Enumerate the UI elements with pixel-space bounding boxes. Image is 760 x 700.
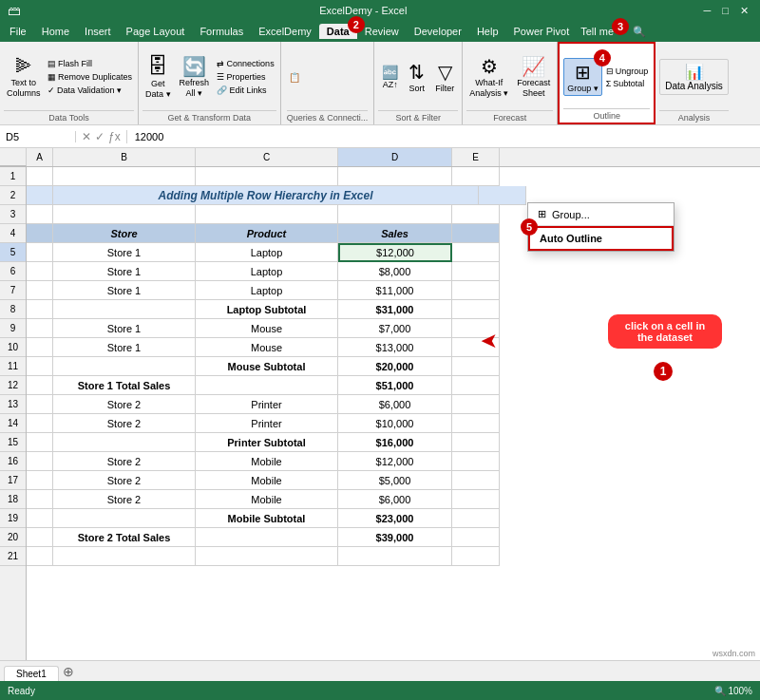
cell-b5[interactable]: Store 1 <box>53 243 196 262</box>
cell-e12[interactable] <box>452 376 500 395</box>
cancel-formula-icon[interactable]: ✕ <box>82 130 91 143</box>
cell-a12[interactable] <box>27 376 53 395</box>
cell-a15[interactable] <box>27 433 53 452</box>
cell-c7[interactable]: Laptop <box>196 281 338 300</box>
cell-c9[interactable]: Mouse <box>196 319 338 338</box>
remove-dupes-btn[interactable]: ▦ Remove Duplicates <box>46 71 135 83</box>
cell-b13[interactable]: Store 2 <box>53 395 196 414</box>
cell-d16[interactable]: $12,000 <box>338 452 452 471</box>
cell-a18[interactable] <box>27 490 53 509</box>
properties-btn[interactable]: ☰ Properties <box>215 71 276 83</box>
add-sheet-btn[interactable]: ⊕ <box>63 664 74 681</box>
cell-a20[interactable] <box>27 528 53 547</box>
cell-c6[interactable]: Laptop <box>196 262 338 281</box>
cell-c8[interactable]: Laptop Subtotal <box>196 300 338 319</box>
cell-d3[interactable] <box>338 205 452 224</box>
cell-e16[interactable] <box>452 452 500 471</box>
cell-d17[interactable]: $5,000 <box>338 471 452 490</box>
name-box[interactable]: D5 <box>0 131 76 142</box>
cell-e18[interactable] <box>452 490 500 509</box>
cell-e20[interactable] <box>452 528 500 547</box>
connections-btn[interactable]: ⇄ Connections <box>215 58 276 69</box>
sort-az-btn[interactable]: 🔤AZ↑ <box>378 63 402 91</box>
cell-b15[interactable] <box>53 433 196 452</box>
search-btn[interactable]: 🔍 <box>625 24 654 40</box>
cell-b16[interactable]: Store 2 <box>53 452 196 471</box>
cell-b21[interactable] <box>53 547 196 566</box>
cell-e13[interactable] <box>452 395 500 414</box>
cell-a10[interactable] <box>27 338 53 357</box>
col-header-b[interactable]: B <box>53 148 196 166</box>
col-header-a[interactable]: A <box>27 148 53 166</box>
cell-a7[interactable] <box>27 281 53 300</box>
menu-formulas[interactable]: Formulas <box>192 24 251 39</box>
cell-b10[interactable]: Store 1 <box>53 338 196 357</box>
cell-a17[interactable] <box>27 471 53 490</box>
menu-page-layout[interactable]: Page Layout <box>119 24 193 39</box>
group-btn[interactable]: ⊞ Group ▾ 4 <box>563 58 602 97</box>
filter-btn[interactable]: ▽ Filter <box>431 59 458 95</box>
cell-b18[interactable]: Store 2 <box>53 490 196 509</box>
cell-a14[interactable] <box>27 414 53 433</box>
col-header-e[interactable]: E <box>452 148 500 166</box>
popup-group-item[interactable]: ⊞ Group... <box>528 203 674 225</box>
cell-b1[interactable] <box>53 167 196 186</box>
cell-b20[interactable]: Store 2 Total Sales <box>53 528 196 547</box>
edit-links-btn[interactable]: 🔗 Edit Links <box>215 85 276 96</box>
cell-e11[interactable] <box>452 357 500 376</box>
cell-d10[interactable]: $13,000 <box>338 338 452 357</box>
cell-c18[interactable]: Mobile <box>196 490 338 509</box>
cell-a4[interactable] <box>27 224 53 243</box>
maximize-btn[interactable]: □ <box>718 5 732 17</box>
confirm-formula-icon[interactable]: ✓ <box>95 130 104 143</box>
ungroup-btn[interactable]: ⊟ Ungroup <box>604 66 651 77</box>
sort-btn[interactable]: ⇅ Sort <box>405 59 428 95</box>
cell-c12[interactable] <box>196 376 338 395</box>
cell-b8[interactable] <box>53 300 196 319</box>
cell-b2-merged[interactable]: Adding Multiple Row Hierarchy in Excel <box>53 186 479 205</box>
cell-c13[interactable]: Printer <box>196 395 338 414</box>
cell-a3[interactable] <box>27 205 53 224</box>
cell-c1[interactable] <box>196 167 338 186</box>
cell-d20[interactable]: $39,000 <box>338 528 452 547</box>
sheet-tab-1[interactable]: Sheet1 <box>4 666 59 681</box>
cell-e1[interactable] <box>452 167 500 186</box>
menu-file[interactable]: File <box>2 24 34 39</box>
menu-home[interactable]: Home <box>34 24 77 39</box>
data-validation-btn[interactable]: ✓ Data Validation ▾ <box>46 85 135 96</box>
cell-d5[interactable]: $12,000 <box>338 243 452 262</box>
cell-c19[interactable]: Mobile Subtotal <box>196 509 338 528</box>
cell-b12[interactable]: Store 1 Total Sales <box>53 376 196 395</box>
cell-e17[interactable] <box>452 471 500 490</box>
cell-a6[interactable] <box>27 262 53 281</box>
cell-d11[interactable]: $20,000 <box>338 357 452 376</box>
cell-e5[interactable] <box>452 243 500 262</box>
popup-auto-outline-item[interactable]: Auto Outline 5 <box>528 226 674 251</box>
cell-e4[interactable] <box>452 224 500 243</box>
cell-d6[interactable]: $8,000 <box>338 262 452 281</box>
cell-c21[interactable] <box>196 547 338 566</box>
cell-a11[interactable] <box>27 357 53 376</box>
cell-d21[interactable] <box>338 547 452 566</box>
cell-b6[interactable]: Store 1 <box>53 262 196 281</box>
cell-b14[interactable]: Store 2 <box>53 414 196 433</box>
cell-a8[interactable] <box>27 300 53 319</box>
menu-help[interactable]: Help <box>469 24 506 39</box>
data-analysis-btn[interactable]: 📊 Data Analysis <box>659 59 729 95</box>
cell-b9[interactable]: Store 1 <box>53 319 196 338</box>
cell-c4[interactable]: Product <box>196 224 338 243</box>
cell-a9[interactable] <box>27 319 53 338</box>
col-header-d[interactable]: D <box>338 148 452 166</box>
cell-d13[interactable]: $6,000 <box>338 395 452 414</box>
what-if-btn[interactable]: ⚙ What-IfAnalysis ▾ <box>466 53 511 101</box>
cell-a21[interactable] <box>27 547 53 566</box>
queries-connections-btn[interactable]: 📋 <box>287 70 302 85</box>
cell-a16[interactable] <box>27 452 53 471</box>
cell-d12[interactable]: $51,000 <box>338 376 452 395</box>
cell-b3[interactable] <box>53 205 196 224</box>
cell-a1[interactable] <box>27 167 53 186</box>
cell-d9[interactable]: $7,000 <box>338 319 452 338</box>
cell-c20[interactable] <box>196 528 338 547</box>
window-controls[interactable]: ─ □ ✕ <box>700 5 752 17</box>
text-to-columns-btn[interactable]: ⫸ Text toColumns <box>4 53 44 101</box>
